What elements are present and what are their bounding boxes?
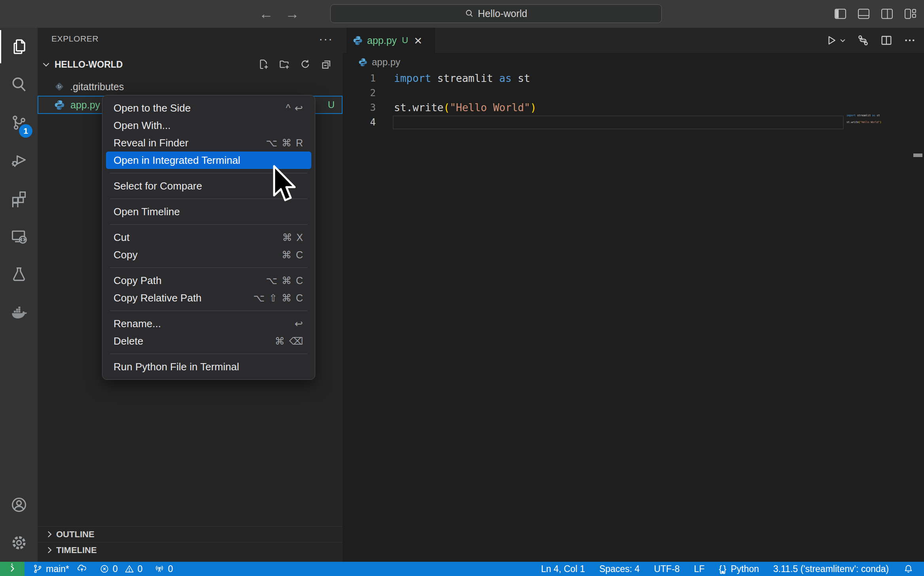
menu-item-copy-path[interactable]: Copy Path⌥ ⌘ C [106, 272, 311, 289]
sidebar-more-actions-button[interactable]: ··· [319, 28, 333, 50]
toggle-panel-button[interactable] [857, 8, 870, 20]
menu-item-copy-relative-path[interactable]: Copy Relative Path⌥ ⇧ ⌘ C [106, 289, 311, 307]
toggle-primary-sidebar-button[interactable] [834, 8, 847, 20]
menu-item-cut[interactable]: Cut⌘ X [106, 229, 311, 246]
notifications-item[interactable] [898, 562, 918, 576]
scm-changes-badge: 1 [19, 124, 32, 138]
menu-item-copy[interactable]: Copy⌘ C [106, 246, 311, 263]
broadcast-icon [154, 564, 165, 574]
menu-item-label: Select for Compare [114, 180, 202, 192]
activity-docker[interactable] [0, 294, 38, 332]
folder-section-hello-world[interactable]: HELLO-WORLD [38, 55, 343, 74]
search-icon [10, 76, 28, 93]
indent-label: Spaces: 4 [599, 564, 640, 574]
code-lines: 1import streamlit as st23st.write("Hello… [343, 71, 924, 130]
back-button[interactable]: ← [259, 7, 273, 21]
activity-explorer[interactable] [0, 28, 38, 66]
more-actions-icon[interactable] [903, 34, 916, 47]
ports-status-item[interactable]: 0 [150, 562, 178, 576]
activity-source-control[interactable]: 1 [0, 104, 38, 142]
error-count: 0 [113, 564, 118, 574]
menu-item-run-python-file-in-terminal[interactable]: Run Python File in Terminal [106, 358, 311, 375]
git-status-badge: U [328, 99, 335, 110]
activity-settings[interactable] [0, 524, 38, 562]
open-changes-icon[interactable] [857, 34, 869, 47]
activity-extensions[interactable] [0, 180, 38, 218]
activity-accounts[interactable] [0, 486, 38, 524]
customize-layout-button[interactable] [904, 8, 917, 20]
line-number: 1 [343, 71, 376, 86]
menu-separator [110, 267, 307, 268]
collapse-folders-button[interactable] [320, 59, 332, 70]
branch-status-item[interactable]: main* [28, 562, 92, 576]
section-outline[interactable]: OUTLINE [38, 526, 343, 542]
tab-label: app.py [367, 35, 397, 46]
code-line-1[interactable]: 1import streamlit as st [343, 71, 924, 86]
menu-item-label: Open in Integrated Terminal [114, 154, 240, 167]
problems-status-item[interactable]: 0 0 [95, 562, 148, 576]
language-mode-item[interactable]: {} Python [714, 562, 764, 576]
menu-item-label: Copy [114, 249, 138, 261]
code-line-3[interactable]: 3st.write("Hello World") [343, 100, 924, 115]
activity-testing[interactable] [0, 256, 38, 294]
editor-group: app.py U × [343, 28, 924, 562]
remote-indicator-button[interactable] [0, 562, 25, 576]
breadcrumb[interactable]: app.py [358, 53, 400, 71]
menu-item-open-to-the-side[interactable]: Open to the Side^ ↩ [106, 99, 311, 117]
error-icon [99, 564, 110, 574]
activity-search[interactable] [0, 66, 38, 104]
status-right: Ln 4, Col 1 Spaces: 4 UTF-8 LF {} Python… [536, 562, 918, 576]
new-file-button[interactable] [258, 59, 269, 70]
titlebar: ← → Hello-world [0, 0, 924, 28]
minimap[interactable]: import streamlit as stst.write("Hello Wo… [846, 112, 910, 126]
menu-separator [110, 224, 307, 225]
code-text: import streamlit as st [394, 71, 530, 86]
history-nav: ← → [259, 0, 299, 28]
overview-ruler-cursor-marker[interactable] [913, 153, 922, 157]
menu-item-select-for-compare[interactable]: Select for Compare [106, 177, 311, 195]
interpreter-label: 3.11.5 ('streamlitenv': conda) [773, 564, 889, 574]
cursor-position-item[interactable]: Ln 4, Col 1 [536, 562, 590, 576]
menu-item-delete[interactable]: Delete⌘ ⌫ [106, 332, 311, 350]
menu-item-shortcut: ⌘ ⌫ [275, 335, 304, 347]
sync-changes-icon[interactable] [76, 563, 87, 574]
code-line-4[interactable]: 4 [343, 115, 924, 130]
sidebar-header: EXPLORER ··· [38, 28, 343, 50]
section-label: TIMELINE [56, 545, 97, 555]
run-python-file-button[interactable] [826, 34, 846, 46]
activity-remote-explorer[interactable] [0, 218, 38, 256]
new-folder-button[interactable] [278, 59, 290, 70]
menu-item-rename[interactable]: Rename...↩ [106, 315, 311, 332]
toggle-secondary-sidebar-button[interactable] [880, 8, 894, 20]
status-left: main* 0 [28, 562, 178, 576]
menu-item-label: Reveal in Finder [114, 137, 188, 149]
code-editor[interactable]: 1import streamlit as st23st.write("Hello… [343, 71, 924, 562]
menu-item-label: Copy Path [114, 275, 161, 287]
section-timeline[interactable]: TIMELINE [38, 542, 343, 558]
split-editor-button[interactable] [880, 34, 893, 47]
forward-button[interactable]: → [285, 7, 299, 21]
file-name: app.py [70, 99, 100, 111]
command-center-search[interactable]: Hello-world [330, 4, 662, 23]
indentation-item[interactable]: Spaces: 4 [595, 562, 644, 576]
menu-item-open-timeline[interactable]: Open Timeline [106, 203, 311, 220]
close-icon[interactable]: × [414, 34, 422, 47]
menu-item-reveal-in-finder[interactable]: Reveal in Finder⌥ ⌘ R [106, 134, 311, 152]
warning-icon [124, 564, 134, 574]
beaker-icon [10, 266, 28, 283]
menu-item-open-in-integrated-terminal[interactable]: Open in Integrated Terminal [106, 152, 311, 169]
braces-icon: {} [719, 563, 727, 574]
sidebar-title: EXPLORER [51, 34, 98, 44]
activity-spacer [0, 332, 38, 486]
menu-item-shortcut: ⌘ C [282, 249, 304, 261]
warning-count: 0 [138, 564, 143, 574]
encoding-item[interactable]: UTF-8 [649, 562, 684, 576]
menu-item-open-with[interactable]: Open With... [106, 117, 311, 134]
python-interpreter-item[interactable]: 3.11.5 ('streamlitenv': conda) [769, 562, 894, 576]
eol-item[interactable]: LF [689, 562, 709, 576]
code-line-2[interactable]: 2 [343, 86, 924, 100]
refresh-icon[interactable] [299, 59, 311, 70]
file-row-gitattributes[interactable]: .gitattributes [38, 78, 343, 96]
tab-app-py[interactable]: app.py U × [346, 28, 435, 53]
activity-run-debug[interactable] [0, 142, 38, 180]
